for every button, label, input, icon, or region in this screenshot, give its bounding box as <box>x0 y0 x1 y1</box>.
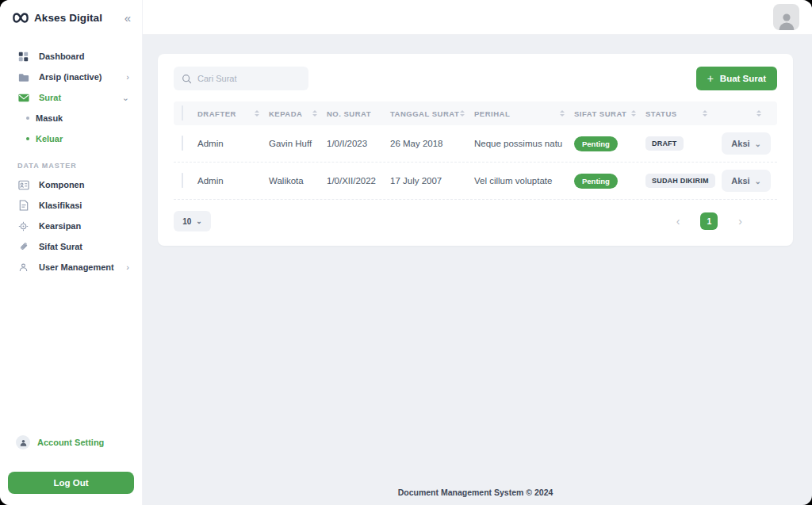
aksi-button[interactable]: Aksi⌄ <box>722 132 771 155</box>
row-checkbox[interactable] <box>182 136 183 151</box>
sidebar-item-label: Surat <box>39 93 122 102</box>
account-setting-link[interactable]: Account Setting <box>0 430 142 454</box>
account-avatar-icon <box>16 435 30 450</box>
sidebar-item-komponen[interactable]: Komponen <box>0 174 142 195</box>
topbar <box>143 0 812 35</box>
column-header-kepada[interactable]: KEPADA <box>269 109 327 118</box>
grid-icon <box>17 52 29 62</box>
cell-perihal: Vel cillum voluptate <box>474 176 574 186</box>
column-header-sifat-surat[interactable]: SIFAT SURAT <box>574 109 645 118</box>
prev-page-icon[interactable]: ‹ <box>676 216 680 227</box>
cell-tanggal-surat: 17 July 2007 <box>390 176 474 186</box>
header-checkbox-cell <box>174 106 197 121</box>
sidebar-item-kearsipan[interactable]: Kearsipan <box>0 216 142 236</box>
cell-kepada: Walikota <box>269 176 327 186</box>
sifat-badge: Penting <box>574 174 618 189</box>
aksi-button[interactable]: Aksi⌄ <box>722 170 771 192</box>
sidebar-item-dashboard[interactable]: Dashboard <box>0 46 142 67</box>
search-input[interactable] <box>197 74 301 83</box>
sidebar-item-label: Dashboard <box>39 52 129 61</box>
column-header-tanggal-surat[interactable]: TANGGAL SURAT <box>390 109 474 118</box>
id-card-icon <box>17 180 29 190</box>
column-header-action[interactable] <box>717 110 777 117</box>
cell-drafter: Admin <box>197 176 269 186</box>
sidebar-item-surat[interactable]: Surat ⌄ <box>0 87 142 108</box>
brand-name: Akses Digital <box>34 12 124 24</box>
sidebar-item-user-management[interactable]: User Management › <box>0 257 142 277</box>
sidebar-item-label: Masuk <box>36 113 63 123</box>
status-badge: DRAFT <box>645 136 684 151</box>
bullet-icon <box>26 137 29 140</box>
select-all-checkbox[interactable] <box>182 105 183 121</box>
sort-icon[interactable] <box>255 110 259 117</box>
sidebar-item-label: Kearsipan <box>39 221 129 231</box>
chevron-down-icon: ⌄ <box>196 217 202 225</box>
sort-icon[interactable] <box>756 110 761 117</box>
sidebar-item-label: Sifat Surat <box>39 242 129 251</box>
cell-drafter: Admin <box>197 139 269 148</box>
table-row: Admin Walikota 1/0/XII/2022 17 July 2007… <box>174 163 777 200</box>
paperclip-icon <box>17 241 29 252</box>
cell-tanggal-surat: 26 May 2018 <box>390 139 474 148</box>
sidebar-item-label: User Management <box>39 262 126 272</box>
search-box <box>174 67 308 90</box>
sidebar-subitem-keluar[interactable]: Keluar <box>0 128 142 149</box>
sidebar-item-label: Keluar <box>36 134 63 143</box>
card-toolbar: + Buat Surat <box>174 67 777 90</box>
sort-icon[interactable] <box>460 110 465 117</box>
column-header-no-surat: NO. SURAT <box>327 109 390 118</box>
surat-card: + Buat Surat DRAFTER KEPADA NO. SURAT TA… <box>158 54 793 246</box>
logout-button[interactable]: Log Out <box>8 472 134 494</box>
sifat-badge: Penting <box>574 136 618 151</box>
cell-no-surat: 1/0/XII/2022 <box>327 176 390 186</box>
pager-controls: ‹ 1 › <box>676 212 777 230</box>
page-size-select[interactable]: 10 ⌄ <box>174 211 211 231</box>
cell-no-surat: 1/0/I/2023 <box>327 139 390 148</box>
content: + Buat Surat DRAFTER KEPADA NO. SURAT TA… <box>143 35 812 505</box>
table-row: Admin Gavin Huff 1/0/I/2023 26 May 2018 … <box>174 125 777 163</box>
page-size-value: 10 <box>182 217 191 226</box>
sidebar-section-label: DATA MASTER <box>0 162 142 170</box>
status-badge: SUDAH DIKIRIM <box>645 174 715 188</box>
brand-logo-icon <box>13 12 29 24</box>
sort-icon[interactable] <box>560 110 565 117</box>
sidebar-subitem-masuk[interactable]: Masuk <box>0 108 142 128</box>
bullet-icon <box>26 117 29 120</box>
column-header-perihal[interactable]: PERIHAL <box>474 109 574 118</box>
sidebar-item-label: Klasifikasi <box>39 201 129 210</box>
account-setting-label: Account Setting <box>37 438 104 447</box>
cell-kepada: Gavin Huff <box>269 139 327 148</box>
sidebar-item-sifat-surat[interactable]: Sifat Surat <box>0 236 142 257</box>
sort-icon[interactable] <box>312 110 317 117</box>
sidebar-item-label: Komponen <box>39 180 129 189</box>
target-icon <box>17 221 29 231</box>
mail-icon <box>17 94 29 102</box>
chevron-down-icon: ⌄ <box>755 140 761 148</box>
sidebar-nav: Dashboard Arsip (inactive) › Surat ⌄ Mas… <box>0 46 142 277</box>
row-checkbox[interactable] <box>182 173 183 188</box>
cell-perihal: Neque possimus natu <box>474 139 574 148</box>
document-icon <box>17 200 29 211</box>
column-header-drafter[interactable]: DRAFTER <box>197 109 269 118</box>
pagination: 10 ⌄ ‹ 1 › <box>174 211 777 231</box>
folder-icon <box>17 72 29 82</box>
search-icon <box>182 74 192 84</box>
chevron-down-icon: ⌄ <box>122 93 129 103</box>
user-avatar[interactable] <box>773 4 799 30</box>
sidebar: Akses Digital « Dashboard Arsip (inactiv… <box>0 0 143 505</box>
sidebar-collapse-icon[interactable]: « <box>124 12 131 24</box>
sort-icon[interactable] <box>631 110 636 117</box>
next-page-icon[interactable]: › <box>738 216 742 227</box>
sort-icon[interactable] <box>703 110 707 117</box>
sidebar-item-arsip[interactable]: Arsip (inactive) › <box>0 67 142 87</box>
create-surat-label: Buat Surat <box>720 74 766 83</box>
footer-text: Document Management System © 2024 <box>158 481 793 505</box>
column-header-status[interactable]: STATUS <box>645 109 717 118</box>
sidebar-item-klasifikasi[interactable]: Klasifikasi <box>0 195 142 216</box>
main-area: + Buat Surat DRAFTER KEPADA NO. SURAT TA… <box>143 0 812 505</box>
current-page-button[interactable]: 1 <box>700 212 718 230</box>
sidebar-item-label: Arsip (inactive) <box>39 72 126 82</box>
chevron-right-icon: › <box>126 72 129 82</box>
table-header: DRAFTER KEPADA NO. SURAT TANGGAL SURAT P… <box>174 101 777 125</box>
create-surat-button[interactable]: + Buat Surat <box>696 67 777 90</box>
